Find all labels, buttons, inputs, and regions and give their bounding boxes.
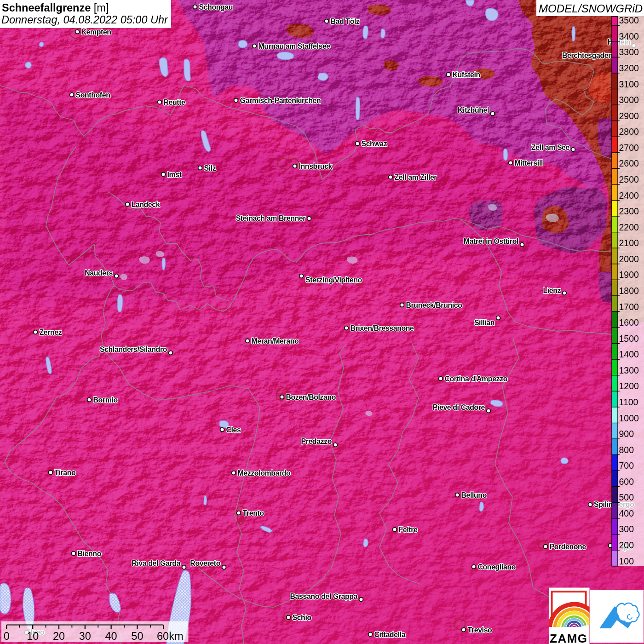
svg-text:Pordenone: Pordenone (550, 543, 586, 551)
svg-text:1200: 1200 (619, 381, 639, 391)
svg-text:Bienno: Bienno (78, 550, 102, 558)
svg-text:Predazzo: Predazzo (301, 437, 332, 445)
svg-text:Schwaz: Schwaz (362, 140, 387, 148)
svg-text:Zell am Ziller: Zell am Ziller (395, 173, 437, 181)
svg-text:Cles: Cles (226, 426, 242, 434)
svg-text:Donnerstag, 04.08.2022 05:00 U: Donnerstag, 04.08.2022 05:00 Uhr (1, 14, 168, 26)
svg-text:3000: 3000 (619, 95, 639, 105)
svg-text:Bormio: Bormio (93, 396, 118, 404)
svg-text:50: 50 (131, 630, 143, 642)
svg-text:ZAMG: ZAMG (550, 632, 588, 644)
svg-text:Bozen/Bolzano: Bozen/Bolzano (286, 393, 336, 401)
svg-text:Zernez: Zernez (40, 328, 62, 336)
svg-text:Silz: Silz (204, 164, 216, 172)
svg-text:Sonthofen: Sonthofen (76, 91, 110, 99)
svg-text:3300: 3300 (619, 47, 639, 57)
svg-text:1700: 1700 (619, 302, 639, 312)
svg-text:60km: 60km (157, 630, 183, 642)
svg-text:Nauders: Nauders (85, 269, 113, 277)
svg-text:Matrei in Osttirol: Matrei in Osttirol (464, 237, 518, 245)
svg-text:1500: 1500 (619, 334, 639, 344)
svg-text:2500: 2500 (619, 174, 639, 184)
svg-text:Sterzing/Vipiteno: Sterzing/Vipiteno (305, 276, 362, 284)
svg-text:800: 800 (619, 445, 634, 455)
svg-text:Mezzolombardo: Mezzolombardo (238, 469, 291, 477)
svg-text:2000: 2000 (619, 254, 639, 264)
svg-text:Garmisch-Partenkirchen: Garmisch-Partenkirchen (240, 97, 321, 104)
svg-text:Conegliano: Conegliano (478, 563, 516, 571)
svg-text:Feltre: Feltre (399, 526, 418, 534)
svg-text:Steinach am Brenner: Steinach am Brenner (236, 214, 306, 222)
svg-text:Cittadella: Cittadella (374, 631, 406, 638)
svg-text:700: 700 (619, 460, 634, 471)
svg-text:1400: 1400 (619, 349, 639, 359)
svg-text:Lienz: Lienz (543, 287, 561, 294)
svg-text:100: 100 (619, 556, 634, 566)
svg-text:Bad Tölz: Bad Tölz (331, 17, 360, 25)
svg-text:Pieve di Cadore: Pieve di Cadore (433, 403, 485, 411)
svg-text:3200: 3200 (619, 63, 639, 73)
svg-text:Schio: Schio (293, 614, 312, 621)
svg-text:Schneefallgrenze [m]: Schneefallgrenze [m] (2, 2, 109, 14)
svg-text:Belluno: Belluno (461, 491, 487, 499)
svg-text:2800: 2800 (619, 126, 639, 137)
svg-text:Riva del Garda: Riva del Garda (132, 559, 180, 567)
svg-text:500: 500 (619, 492, 634, 502)
svg-text:2600: 2600 (619, 158, 639, 168)
svg-text:Cortina d'Ampezzo: Cortina d'Ampezzo (445, 375, 508, 383)
svg-text:Brixen/Bressanone: Brixen/Bressanone (351, 324, 414, 332)
svg-text:600: 600 (619, 477, 634, 487)
svg-text:Bassano del Grappa: Bassano del Grappa (290, 592, 358, 600)
svg-text:MODEL/SNOWGRiD: MODEL/SNOWGRiD (539, 2, 643, 15)
svg-text:Trento: Trento (243, 509, 264, 517)
svg-text:2700: 2700 (619, 143, 639, 153)
svg-text:Mittersill: Mittersill (515, 159, 543, 167)
svg-text:1300: 1300 (619, 365, 639, 375)
svg-text:Reutte: Reutte (164, 98, 186, 106)
svg-text:Sillian: Sillian (474, 319, 494, 327)
svg-text:Zell am See: Zell am See (531, 144, 570, 151)
svg-text:Bruneck/Brunico: Bruneck/Brunico (406, 301, 463, 309)
svg-text:2100: 2100 (619, 238, 639, 248)
svg-text:2900: 2900 (619, 111, 639, 121)
svg-text:300: 300 (619, 524, 634, 534)
svg-text:2200: 2200 (619, 222, 639, 232)
svg-text:Murnau am Staffelsee: Murnau am Staffelsee (259, 42, 331, 50)
svg-text:1800: 1800 (619, 286, 639, 296)
svg-text:Kufstein: Kufstein (453, 71, 480, 79)
svg-text:40: 40 (105, 630, 117, 642)
svg-text:200: 200 (619, 540, 634, 550)
svg-text:Schlanders/Silandro: Schlanders/Silandro (100, 345, 167, 353)
svg-text:Schongau: Schongau (199, 3, 233, 11)
svg-text:Landeck: Landeck (132, 201, 160, 208)
svg-text:900: 900 (619, 429, 634, 439)
svg-text:0: 0 (4, 630, 10, 642)
svg-text:Treviso: Treviso (468, 626, 493, 634)
svg-text:1600: 1600 (619, 317, 639, 328)
svg-text:1100: 1100 (619, 397, 638, 407)
svg-text:Innsbruck: Innsbruck (299, 162, 333, 170)
svg-text:Kempten: Kempten (81, 28, 111, 36)
svg-text:1900: 1900 (619, 270, 639, 280)
svg-text:Tirano: Tirano (55, 469, 76, 477)
svg-text:2400: 2400 (619, 190, 639, 201)
svg-text:3400: 3400 (619, 31, 639, 41)
svg-text:Rovereto: Rovereto (190, 559, 220, 567)
svg-text:2300: 2300 (619, 206, 639, 216)
svg-text:1000: 1000 (619, 413, 639, 423)
svg-text:Imst: Imst (167, 171, 182, 178)
svg-text:Kitzbühel: Kitzbühel (458, 106, 489, 114)
svg-text:3500: 3500 (619, 15, 639, 25)
svg-text:10: 10 (27, 630, 39, 642)
svg-text:Berchtesgaden: Berchtesgaden (562, 52, 613, 59)
svg-text:3100: 3100 (619, 79, 639, 89)
svg-text:20: 20 (53, 630, 65, 642)
svg-text:Meran/Merano: Meran/Merano (252, 337, 299, 345)
svg-text:400: 400 (619, 508, 634, 518)
svg-text:30: 30 (79, 630, 91, 642)
